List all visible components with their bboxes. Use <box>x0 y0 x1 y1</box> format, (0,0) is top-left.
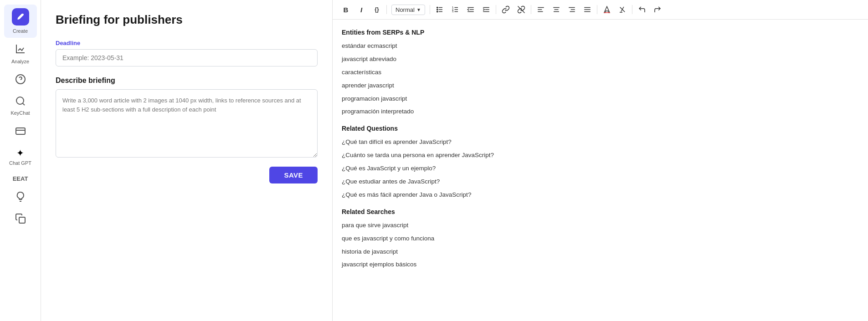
page-title: Briefing for publishers <box>56 13 318 27</box>
svg-rect-38 <box>604 12 610 13</box>
list-item[interactable]: javascript abreviado <box>342 53 859 66</box>
list-item[interactable]: para que sirve javascript <box>342 219 859 232</box>
color-icon <box>603 5 611 14</box>
code-button[interactable]: {} <box>370 3 384 16</box>
deadline-label: Deadline <box>56 40 318 46</box>
toolbar-divider-1 <box>386 5 387 14</box>
sidebar-item-eeat[interactable]: EEAT <box>4 172 37 186</box>
create-icon <box>12 8 29 25</box>
describe-briefing-textarea[interactable] <box>56 89 318 158</box>
list-item[interactable]: programacion javascript <box>342 92 859 106</box>
sidebar-item-analyze[interactable]: Analyze <box>4 40 37 68</box>
list-item[interactable]: aprender javascript <box>342 79 859 92</box>
svg-point-12 <box>437 11 437 12</box>
align-left-button[interactable] <box>534 3 548 16</box>
toolbar-divider-4 <box>531 5 531 14</box>
list-item[interactable]: ¿Qué es JavaScript y un ejemplo? <box>342 162 859 175</box>
undo-button[interactable] <box>635 3 649 16</box>
sidebar-item-analyze-label: Analyze <box>11 59 29 65</box>
align-justify-button[interactable] <box>580 3 594 16</box>
color-button[interactable] <box>600 3 614 16</box>
sidebar-item-help[interactable] <box>4 70 37 90</box>
align-right-button[interactable] <box>565 3 579 16</box>
align-center-button[interactable] <box>550 3 563 16</box>
sidebar-item-keychat-label: KeyChat <box>10 110 30 116</box>
toolbar-divider-3 <box>496 5 496 14</box>
toolbar-divider-2 <box>430 5 430 14</box>
card-icon <box>15 126 26 138</box>
entities-section-title: Entities from SERPs & NLP <box>342 27 859 36</box>
content-area: Entities from SERPs & NLP estándar ecmas… <box>333 20 868 321</box>
link-icon <box>502 5 510 14</box>
list-item[interactable]: ¿Que estudiar antes de JavaScript? <box>342 175 859 189</box>
describe-briefing-label: Describe briefing <box>56 76 318 85</box>
undo-icon <box>638 5 646 14</box>
toolbar-divider-5 <box>597 5 597 14</box>
help-icon <box>15 74 26 87</box>
svg-point-11 <box>437 9 437 10</box>
chatgpt-icon: ✦ <box>16 148 24 158</box>
align-left-icon <box>537 5 545 14</box>
indent-decrease-icon <box>467 5 475 14</box>
list-item[interactable]: ¿Cuánto se tarda una persona en aprender… <box>342 149 859 162</box>
svg-point-2 <box>16 97 24 104</box>
sidebar-item-eeat-label: EEAT <box>13 175 28 183</box>
save-button[interactable]: SAVE <box>269 167 318 183</box>
list-item[interactable]: programación interpretado <box>342 105 859 118</box>
italic-button[interactable]: I <box>354 3 368 16</box>
redo-icon <box>653 5 662 14</box>
ordered-list-icon: 1.2.3. <box>451 5 459 14</box>
toolbar-divider-6 <box>632 5 632 14</box>
bold-button[interactable]: B <box>339 3 353 16</box>
list-item[interactable]: javascript ejemplos básicos <box>342 258 859 271</box>
sidebar-item-create[interactable]: Create <box>4 5 37 38</box>
unlink-icon <box>517 5 525 14</box>
indent-increase-icon <box>482 5 490 14</box>
toolbar: B I {} Normal ▼ 1.2.3. <box>333 0 868 20</box>
clear-format-icon <box>618 5 627 14</box>
svg-text:3.: 3. <box>452 10 454 13</box>
style-select-label: Normal <box>395 6 415 13</box>
lightbulb-icon <box>15 191 26 204</box>
indent-decrease-button[interactable] <box>464 3 478 16</box>
keychat-icon <box>15 96 26 108</box>
right-panel: B I {} Normal ▼ 1.2.3. <box>333 0 868 321</box>
sidebar-item-keychat[interactable]: KeyChat <box>4 92 37 120</box>
related-questions-list: ¿Qué tan difícil es aprender JavaScript?… <box>342 136 859 201</box>
sidebar-item-chatgpt[interactable]: ✦ Chat GPT <box>4 144 37 170</box>
indent-increase-button[interactable] <box>479 3 493 16</box>
align-center-icon <box>552 5 560 14</box>
link-button[interactable] <box>499 3 513 16</box>
style-select[interactable]: Normal ▼ <box>391 5 425 15</box>
clear-format-button[interactable] <box>616 3 629 16</box>
svg-point-10 <box>437 7 437 8</box>
main-area: Briefing for publishers Deadline Describ… <box>41 0 868 321</box>
unlink-button[interactable] <box>514 3 528 16</box>
bullet-list-button[interactable] <box>433 3 447 16</box>
save-button-wrapper: SAVE <box>56 167 318 183</box>
list-item[interactable]: características <box>342 66 859 79</box>
svg-rect-6 <box>19 217 25 223</box>
list-item[interactable]: que es javascript y como funciona <box>342 232 859 245</box>
ordered-list-button[interactable]: 1.2.3. <box>448 3 462 16</box>
sidebar-item-lightbulb[interactable] <box>4 188 37 208</box>
sidebar-item-copy[interactable] <box>4 209 37 229</box>
list-item[interactable]: ¿Qué tan difícil es aprender JavaScript? <box>342 136 859 149</box>
related-searches-section-title: Related Searches <box>342 206 859 215</box>
related-questions-section-title: Related Questions <box>342 123 859 132</box>
list-item[interactable]: ¿Qué es más fácil aprender Java o JavaSc… <box>342 189 859 202</box>
list-item[interactable]: historia de javascript <box>342 245 859 259</box>
analyze-icon <box>15 43 26 57</box>
chevron-down-icon: ▼ <box>416 7 421 12</box>
form-panel: Briefing for publishers Deadline Describ… <box>41 0 333 321</box>
entities-list: estándar ecmascriptjavascript abreviadoc… <box>342 40 859 118</box>
sidebar-item-create-label: Create <box>13 28 28 34</box>
list-item[interactable]: estándar ecmascript <box>342 40 859 53</box>
copy-icon <box>15 213 26 226</box>
align-justify-icon <box>583 5 591 14</box>
sidebar-item-chatgpt-label: Chat GPT <box>9 160 31 166</box>
redo-button[interactable] <box>651 3 664 16</box>
svg-rect-4 <box>16 128 25 134</box>
deadline-input[interactable] <box>56 49 318 66</box>
sidebar-item-card[interactable] <box>4 122 37 142</box>
